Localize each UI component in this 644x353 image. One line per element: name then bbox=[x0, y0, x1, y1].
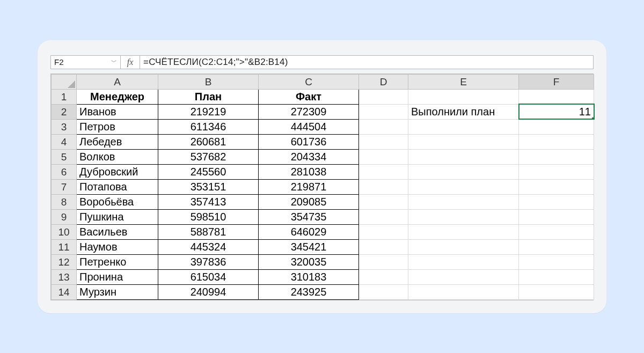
cell-B12[interactable]: 397836 bbox=[158, 254, 259, 269]
cell-B8[interactable]: 357413 bbox=[158, 194, 259, 209]
chevron-down-icon[interactable]: ﹀ bbox=[111, 58, 117, 66]
cell-F10[interactable] bbox=[519, 224, 594, 239]
row-header-6[interactable]: 6 bbox=[52, 164, 77, 179]
cell-A3[interactable]: Петров bbox=[77, 119, 158, 134]
cell-F1[interactable] bbox=[519, 89, 594, 104]
cell-C8[interactable]: 209085 bbox=[259, 194, 359, 209]
cell-E14[interactable] bbox=[408, 284, 519, 299]
cell-B4[interactable]: 260681 bbox=[158, 134, 259, 149]
row-header-7[interactable]: 7 bbox=[52, 179, 77, 194]
cell-A12[interactable]: Петренко bbox=[77, 254, 158, 269]
cell-D13[interactable] bbox=[359, 269, 408, 284]
cell-B11[interactable]: 445324 bbox=[158, 239, 259, 254]
row-header-11[interactable]: 11 bbox=[52, 239, 77, 254]
cell-D8[interactable] bbox=[359, 194, 408, 209]
cell-C9[interactable]: 354735 bbox=[259, 209, 359, 224]
row-header-8[interactable]: 8 bbox=[52, 194, 77, 209]
row-header-12[interactable]: 12 bbox=[52, 254, 77, 269]
cell-A1[interactable]: Менеджер bbox=[77, 89, 158, 104]
cell-C11[interactable]: 345421 bbox=[259, 239, 359, 254]
cell-E3[interactable] bbox=[408, 119, 519, 134]
cell-A4[interactable]: Лебедев bbox=[77, 134, 158, 149]
cell-C10[interactable]: 646029 bbox=[259, 224, 359, 239]
cell-D3[interactable] bbox=[359, 119, 408, 134]
cell-D6[interactable] bbox=[359, 164, 408, 179]
col-header-D[interactable]: D bbox=[359, 74, 408, 89]
cell-F2[interactable]: 11 bbox=[519, 104, 594, 119]
cell-E7[interactable] bbox=[408, 179, 519, 194]
cell-B6[interactable]: 245560 bbox=[158, 164, 259, 179]
cell-C14[interactable]: 243925 bbox=[259, 284, 359, 299]
cell-B3[interactable]: 611346 bbox=[158, 119, 259, 134]
cell-D5[interactable] bbox=[359, 149, 408, 164]
cell-B13[interactable]: 615034 bbox=[158, 269, 259, 284]
cell-D9[interactable] bbox=[359, 209, 408, 224]
cell-F4[interactable] bbox=[519, 134, 594, 149]
cell-F5[interactable] bbox=[519, 149, 594, 164]
cell-E11[interactable] bbox=[408, 239, 519, 254]
cell-C3[interactable]: 444504 bbox=[259, 119, 359, 134]
cell-D14[interactable] bbox=[359, 284, 408, 299]
cell-E5[interactable] bbox=[408, 149, 519, 164]
cell-B7[interactable]: 353151 bbox=[158, 179, 259, 194]
cell-F7[interactable] bbox=[519, 179, 594, 194]
cell-C2[interactable]: 272309 bbox=[259, 104, 359, 119]
cell-D10[interactable] bbox=[359, 224, 408, 239]
cell-B2[interactable]: 219219 bbox=[158, 104, 259, 119]
cell-B1[interactable]: План bbox=[158, 89, 259, 104]
cell-F8[interactable] bbox=[519, 194, 594, 209]
row-header-5[interactable]: 5 bbox=[52, 149, 77, 164]
cell-A10[interactable]: Васильев bbox=[77, 224, 158, 239]
spreadsheet-grid[interactable]: A B C D E F 1 Менеджер План Факт 2 Ивано… bbox=[50, 73, 594, 300]
cell-E12[interactable] bbox=[408, 254, 519, 269]
cell-C7[interactable]: 219871 bbox=[259, 179, 359, 194]
cell-B5[interactable]: 537682 bbox=[158, 149, 259, 164]
cell-B9[interactable]: 598510 bbox=[158, 209, 259, 224]
cell-A9[interactable]: Пушкина bbox=[77, 209, 158, 224]
row-header-2[interactable]: 2 bbox=[52, 104, 77, 119]
cell-E8[interactable] bbox=[408, 194, 519, 209]
cell-C5[interactable]: 204334 bbox=[259, 149, 359, 164]
cell-A2[interactable]: Иванов bbox=[77, 104, 158, 119]
cell-E13[interactable] bbox=[408, 269, 519, 284]
row-header-14[interactable]: 14 bbox=[52, 284, 77, 299]
cell-C6[interactable]: 281038 bbox=[259, 164, 359, 179]
cell-E9[interactable] bbox=[408, 209, 519, 224]
cell-D7[interactable] bbox=[359, 179, 408, 194]
name-box[interactable]: F2 ﹀ bbox=[51, 56, 121, 69]
cell-A7[interactable]: Потапова bbox=[77, 179, 158, 194]
cell-A13[interactable]: Пронина bbox=[77, 269, 158, 284]
cell-A6[interactable]: Дубровский bbox=[77, 164, 158, 179]
fx-icon[interactable]: fx bbox=[121, 56, 140, 69]
cell-B10[interactable]: 588781 bbox=[158, 224, 259, 239]
cell-D2[interactable] bbox=[359, 104, 408, 119]
cell-F13[interactable] bbox=[519, 269, 594, 284]
cell-C12[interactable]: 320035 bbox=[259, 254, 359, 269]
col-header-F[interactable]: F bbox=[519, 74, 594, 89]
col-header-C[interactable]: C bbox=[259, 74, 359, 89]
cell-F9[interactable] bbox=[519, 209, 594, 224]
cell-F3[interactable] bbox=[519, 119, 594, 134]
col-header-B[interactable]: B bbox=[158, 74, 259, 89]
cell-E4[interactable] bbox=[408, 134, 519, 149]
row-header-4[interactable]: 4 bbox=[52, 134, 77, 149]
cell-F6[interactable] bbox=[519, 164, 594, 179]
cell-A8[interactable]: Воробьёва bbox=[77, 194, 158, 209]
cell-A14[interactable]: Мурзин bbox=[77, 284, 158, 299]
cell-E10[interactable] bbox=[408, 224, 519, 239]
row-header-9[interactable]: 9 bbox=[52, 209, 77, 224]
row-header-1[interactable]: 1 bbox=[52, 89, 77, 104]
cell-F14[interactable] bbox=[519, 284, 594, 299]
cell-B14[interactable]: 240994 bbox=[158, 284, 259, 299]
cell-A5[interactable]: Волков bbox=[77, 149, 158, 164]
cell-D11[interactable] bbox=[359, 239, 408, 254]
cell-F11[interactable] bbox=[519, 239, 594, 254]
formula-input[interactable]: =СЧЁТЕСЛИ(C2:C14;">"&B2:B14) bbox=[140, 56, 593, 69]
cell-E6[interactable] bbox=[408, 164, 519, 179]
cell-A11[interactable]: Наумов bbox=[77, 239, 158, 254]
cell-C4[interactable]: 601736 bbox=[259, 134, 359, 149]
cell-D12[interactable] bbox=[359, 254, 408, 269]
cell-E2[interactable]: Выполнили план bbox=[408, 104, 519, 119]
cell-C1[interactable]: Факт bbox=[259, 89, 359, 104]
cell-C13[interactable]: 310183 bbox=[259, 269, 359, 284]
